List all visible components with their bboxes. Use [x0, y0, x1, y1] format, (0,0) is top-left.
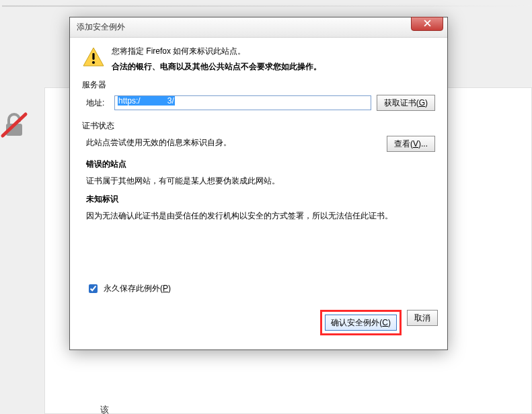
address-value-selected: https:/ 3/ — [118, 96, 175, 106]
wrong-site-heading: 错误的站点 — [86, 159, 435, 170]
cert-status-label: 证书状态 — [82, 120, 435, 132]
address-input[interactable]: https:/ 3/ — [114, 95, 371, 110]
cancel-button[interactable]: 取消 — [407, 310, 438, 326]
warning-line2: 合法的银行、电商以及其他公共站点不会要求您如此操作。 — [112, 61, 321, 73]
cert-status-desc: 此站点尝试使用无效的信息来标识自身。 — [86, 136, 231, 149]
unknown-identity-desc: 因为无法确认此证书是由受信任的发行机构以安全的方式签署，所以无法信任此证书。 — [86, 210, 435, 222]
view-certificate-button[interactable]: 查看(V)... — [387, 136, 435, 152]
get-certificate-button[interactable]: 获取证书(G) — [377, 95, 435, 111]
accent-bar — [2, 5, 532, 7]
confirm-exception-button[interactable]: 确认安全例外(C) — [325, 315, 397, 331]
warning-line1: 您将指定 Firefox 如何来标识此站点。 — [112, 46, 321, 57]
dialog-footer: 确认安全例外(C) 取消 — [70, 302, 447, 343]
warning-icon — [82, 46, 105, 69]
permanent-store-checkbox[interactable] — [89, 284, 98, 293]
dialog-body: 您将指定 Firefox 如何来标识此站点。 合法的银行、电商以及其他公共站点不… — [70, 38, 447, 302]
unknown-identity-heading: 未知标识 — [86, 194, 435, 205]
address-label: 地址: — [86, 97, 109, 109]
confirm-highlight: 确认安全例外(C) — [320, 310, 402, 335]
insecure-lock-icon — [0, 110, 28, 138]
security-exception-dialog: 添加安全例外 您将指定 Firefox 如何来标识此站点。 合 — [69, 17, 448, 350]
wrong-site-desc: 证书属于其他网站，有可能是某人想要伪装成此网站。 — [86, 175, 435, 187]
dialog-title: 添加安全例外 — [77, 22, 125, 33]
permanent-store-label: 永久保存此例外(P) — [104, 283, 171, 294]
svg-point-3 — [92, 61, 95, 64]
close-button[interactable] — [411, 17, 443, 31]
page-background: 您 详细 该 该 错误代码: SEC_ERROR_UNKNOWN_ISSUER … — [0, 0, 532, 414]
warning-text: 您将指定 Firefox 如何来标识此站点。 合法的银行、电商以及其他公共站点不… — [112, 46, 321, 73]
close-icon — [424, 19, 431, 29]
dialog-titlebar: 添加安全例外 — [70, 17, 447, 38]
error-text-line1: 该 — [100, 404, 109, 414]
permanent-store-row[interactable]: 永久保存此例外(P) — [86, 282, 435, 295]
svg-rect-2 — [92, 53, 94, 60]
address-row: 地址: https:/ 3/ 获取证书(G) — [86, 95, 435, 111]
server-section-label: 服务器 — [82, 79, 435, 91]
